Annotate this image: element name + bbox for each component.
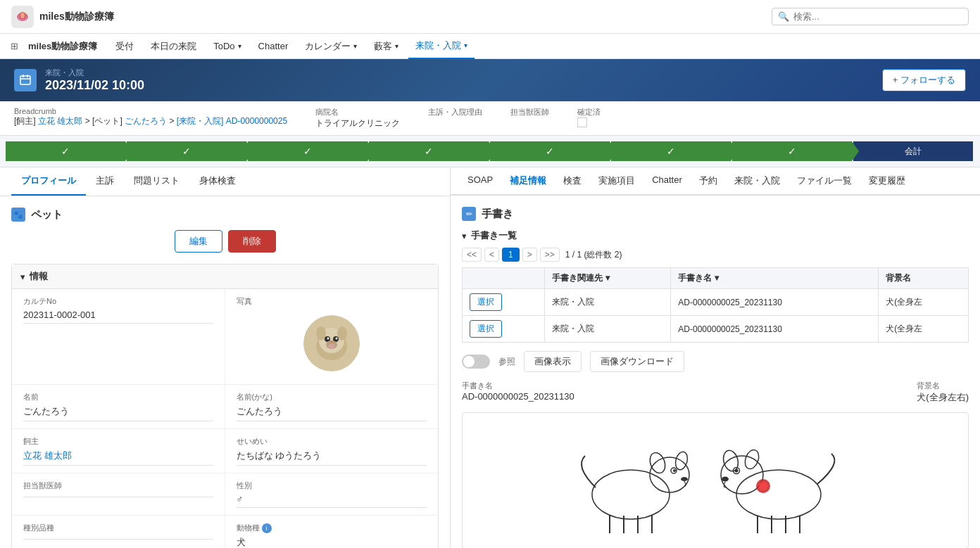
nav-item-admission[interactable]: 来院・入院▾: [408, 34, 475, 59]
tab-reservation[interactable]: 予約: [691, 167, 726, 196]
tab-chief-complaint[interactable]: 主訴: [86, 167, 124, 196]
step-8[interactable]: 会計: [853, 141, 973, 161]
page-header-left: 来院・入院 2023/11/02 10:00: [14, 68, 144, 93]
step-6[interactable]: ✓: [611, 141, 731, 161]
nav-item-todo[interactable]: ToDo▾: [206, 34, 248, 59]
svg-point-3: [20, 13, 25, 18]
svg-point-19: [329, 340, 334, 343]
row2-select-button[interactable]: 選択: [470, 320, 502, 338]
confirmed-checkbox[interactable]: [577, 117, 587, 127]
step-4[interactable]: ✓: [369, 141, 489, 161]
image-download-button[interactable]: 画像ダウンロード: [590, 351, 684, 372]
page-current-button[interactable]: 1: [502, 248, 520, 262]
row1-name: AD-0000000025_20231130: [671, 289, 879, 316]
svg-point-36: [735, 469, 739, 473]
owner-label: 飼主: [23, 436, 213, 447]
page-prev-button[interactable]: <: [484, 248, 499, 262]
toggle-switch[interactable]: [462, 355, 490, 369]
col-header-name: 手書き名 ▾: [671, 268, 879, 289]
hw-list-label: 手書き一覧: [471, 229, 517, 242]
edit-button[interactable]: 編集: [175, 230, 222, 253]
page-next-button[interactable]: >: [522, 248, 537, 262]
row1-bg: 犬(全身左: [879, 289, 969, 316]
svg-point-31: [736, 470, 821, 519]
nav-item-customer[interactable]: 藪客▾: [367, 34, 406, 59]
progress-bar-area: ✓ ✓ ✓ ✓ ✓ ✓ ✓ 会計: [0, 136, 980, 167]
tab-supplement[interactable]: 補足情報: [501, 167, 555, 196]
logo-area: miles動物診療簿: [11, 6, 114, 28]
tab-exam[interactable]: 検査: [555, 167, 590, 196]
col-header-relation: 手書き関連先 ▾: [545, 268, 671, 289]
step-2[interactable]: ✓: [127, 141, 246, 161]
search-input[interactable]: [793, 11, 962, 22]
karte-no-value: 202311-0002-001: [23, 310, 213, 324]
gender-value: ♂: [237, 494, 427, 508]
right-tab-bar: SOAP 補足情報 検査 実施項目 Chatter 予約 来院・入院 ファイル一…: [451, 167, 980, 196]
svg-point-16: [335, 338, 337, 340]
page-header-label: 来院・入院: [45, 68, 144, 78]
row1-select-button[interactable]: 選択: [470, 293, 502, 311]
grid-icon[interactable]: ⊞: [6, 38, 23, 55]
detail-bg-label: 背景名: [917, 381, 969, 391]
step-7[interactable]: ✓: [732, 141, 852, 161]
owner-value[interactable]: 立花 雄太郎: [23, 450, 213, 466]
confirm-section: 確定済: [577, 107, 601, 129]
info-grid: カルテNo 202311-0002-001 写真: [12, 289, 438, 548]
nav-item-calendar[interactable]: カレンダー▾: [298, 34, 364, 59]
tab-soap[interactable]: SOAP: [459, 167, 501, 196]
gender-field: 性別 ♂: [225, 473, 439, 516]
step-1[interactable]: ✓: [6, 141, 125, 161]
info-section-header[interactable]: ▾ 情報: [12, 265, 438, 289]
breadcrumb: Breadcrumb [飼主] 立花 雄太郎 > [ペット] ごんたろう > […: [14, 107, 287, 127]
col-header-bg: 背景名: [879, 268, 969, 289]
customer-chevron-icon: ▾: [395, 42, 398, 50]
breadcrumb-area: Breadcrumb [飼主] 立花 雄太郎 > [ペット] ごんたろう > […: [0, 101, 980, 136]
follow-button[interactable]: + フォローする: [882, 69, 966, 91]
nav-item-reception[interactable]: 受付: [108, 34, 141, 59]
tab-history[interactable]: 変更履歴: [860, 167, 914, 196]
tab-chatter[interactable]: Chatter: [643, 167, 691, 196]
tab-physical-exam[interactable]: 身体検査: [189, 167, 246, 196]
breed-field: 種別品種: [12, 516, 225, 548]
logo-text: miles動物診療簿: [39, 11, 114, 23]
pet-link[interactable]: ごんたろう: [125, 116, 167, 126]
name-label: 名前: [23, 392, 213, 402]
seimei-value: たちばな ゆうたろう: [237, 450, 427, 466]
admission-link[interactable]: [来院・入院] AD-0000000025: [177, 116, 287, 126]
hw-table: 手書き関連先 ▾ 手書き名 ▾ 背景名: [462, 267, 969, 343]
pet-section-title: ペット: [31, 208, 63, 222]
pagination: << < 1 > >> 1 / 1 (総件数 2): [462, 248, 969, 262]
page-info: 1 / 1 (総件数 2): [565, 249, 622, 261]
page-header-title: 2023/11/02 10:00: [45, 78, 144, 93]
hw-list-header[interactable]: ▾ 手書き一覧: [462, 229, 969, 242]
svg-point-12: [337, 326, 347, 340]
page-first-button[interactable]: <<: [462, 248, 482, 262]
svg-point-20: [592, 470, 670, 519]
tab-files[interactable]: ファイル一覧: [789, 167, 860, 196]
tab-admission[interactable]: 来院・入院: [726, 167, 789, 196]
step-3[interactable]: ✓: [248, 141, 367, 161]
svg-point-43: [759, 482, 767, 490]
confirmed-label: 確定済: [577, 107, 601, 117]
nav-item-chatter[interactable]: Chatter: [251, 34, 296, 59]
seimei-label: せいめい: [237, 436, 427, 447]
svg-point-37: [722, 477, 729, 482]
row1-relation: 来院・入院: [545, 289, 671, 316]
image-show-button[interactable]: 画像表示: [524, 351, 582, 372]
tab-implemented[interactable]: 実施項目: [590, 167, 643, 196]
page-header-info: 来院・入院 2023/11/02 10:00: [45, 68, 144, 93]
info-header-text: 情報: [30, 270, 48, 283]
search-bar[interactable]: 🔍: [772, 8, 969, 25]
tab-problem-list[interactable]: 問題リスト: [124, 167, 189, 196]
left-panel: プロフィール 主訴 問題リスト 身体検査 🐾 ペット 編集 削除 ▾ 情報: [0, 167, 451, 548]
nav-item-today[interactable]: 本日の来院: [144, 34, 203, 59]
step-5[interactable]: ✓: [490, 141, 610, 161]
doctor-section: 担当獣医師: [510, 107, 549, 117]
doctor-label: 担当獣医師: [510, 107, 549, 117]
page-last-button[interactable]: >>: [540, 248, 560, 262]
delete-button[interactable]: 削除: [228, 230, 276, 253]
reason-label: 主訴・入院理由: [428, 107, 482, 117]
owner-link[interactable]: 立花 雄太郎: [38, 116, 82, 126]
tab-profile[interactable]: プロフィール: [11, 167, 86, 196]
svg-point-33: [721, 449, 740, 473]
